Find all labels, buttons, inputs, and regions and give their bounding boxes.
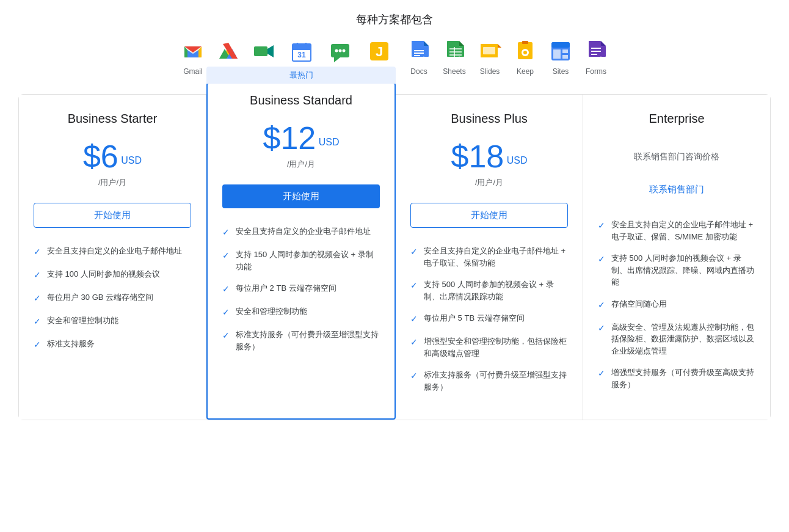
plan-plus-cta[interactable]: 开始使用 bbox=[410, 203, 568, 228]
svg-marker-37 bbox=[498, 44, 501, 48]
plans-container: Business Starter $6 USD /用户/月 开始使用 ✓安全且支… bbox=[18, 94, 771, 420]
svg-rect-52 bbox=[591, 48, 601, 49]
check-icon: ✓ bbox=[410, 370, 418, 382]
icon-slides: Slides bbox=[478, 39, 502, 76]
feature-item: ✓每位用户 2 TB 云端存储空间 bbox=[222, 282, 380, 296]
svg-marker-19 bbox=[334, 57, 340, 62]
plan-starter-currency: USD bbox=[121, 155, 142, 166]
check-icon: ✓ bbox=[598, 322, 605, 335]
svg-rect-11 bbox=[293, 48, 311, 50]
plan-standard-per: /用户/月 bbox=[222, 159, 380, 170]
feature-item: ✓增强型安全和管理控制功能，包括保险柜和高级端点管理 bbox=[410, 335, 568, 359]
plan-standard-features: ✓安全且支持自定义的企业电子邮件地址 ✓支持 150 人同时参加的视频会议 + … bbox=[222, 225, 380, 352]
check-icon: ✓ bbox=[34, 292, 41, 305]
feature-item: ✓存储空间随心用 bbox=[598, 298, 755, 312]
plan-enterprise: Enterprise 联系销售部门咨询价格 联系销售部门 ✓安全且支持自定义的企… bbox=[583, 95, 770, 420]
feature-item: ✓高级安全、管理及法规遵从控制功能，包括保险柜、数据泄露防护、数据区域以及企业级… bbox=[598, 321, 755, 357]
feature-item: ✓每位用户 5 TB 云端存储空间 bbox=[410, 312, 568, 326]
icon-forms: Forms bbox=[584, 39, 608, 76]
svg-rect-39 bbox=[483, 47, 495, 54]
check-icon: ✓ bbox=[222, 306, 230, 319]
svg-rect-27 bbox=[414, 53, 424, 54]
feature-item: ✓标准支持服务（可付费升级至增强型支持服务） bbox=[410, 369, 568, 393]
svg-rect-24 bbox=[412, 41, 424, 46]
svg-rect-47 bbox=[562, 49, 568, 53]
plan-plus-currency: USD bbox=[507, 155, 528, 166]
plan-standard-price: $12 bbox=[263, 120, 316, 156]
svg-text:31: 31 bbox=[298, 51, 307, 59]
svg-marker-30 bbox=[459, 41, 464, 46]
check-icon: ✓ bbox=[34, 246, 41, 258]
svg-text:J: J bbox=[376, 44, 383, 59]
svg-point-18 bbox=[342, 49, 345, 53]
check-icon: ✓ bbox=[598, 253, 605, 266]
plan-starter-price: $6 bbox=[83, 139, 118, 174]
check-icon: ✓ bbox=[410, 246, 418, 258]
feature-item: ✓支持 500 人同时参加的视频会议 + 录制、出席情况跟踪功能 bbox=[410, 279, 568, 302]
feature-item: ✓标准支持服务 bbox=[34, 338, 191, 351]
feature-item: ✓安全和管理控制功能 bbox=[222, 305, 380, 319]
svg-rect-54 bbox=[591, 54, 597, 55]
check-icon: ✓ bbox=[598, 299, 605, 312]
plan-standard-cta[interactable]: 开始使用 bbox=[222, 184, 380, 208]
feature-item: ✓安全且支持自定义的企业电子邮件地址 bbox=[34, 245, 191, 258]
popular-badge: 最热门 bbox=[206, 67, 396, 84]
svg-point-17 bbox=[338, 49, 341, 53]
svg-rect-41 bbox=[522, 41, 528, 44]
check-icon: ✓ bbox=[34, 315, 41, 328]
plan-starter: Business Starter $6 USD /用户/月 开始使用 ✓安全且支… bbox=[19, 95, 206, 420]
icon-sheets: Sheets bbox=[442, 39, 467, 76]
plan-enterprise-cta[interactable]: 联系销售部门 bbox=[598, 178, 755, 202]
feature-item: ✓安全且支持自定义的企业电子邮件地址 + 电子取证、保留、S/MIME 加密功能 bbox=[598, 219, 755, 242]
check-icon: ✓ bbox=[410, 313, 418, 326]
plan-starter-price-block: $6 USD bbox=[34, 140, 191, 172]
plan-plus-price-block: $18 USD bbox=[410, 140, 568, 172]
check-icon: ✓ bbox=[598, 219, 605, 232]
plan-starter-cta[interactable]: 开始使用 bbox=[34, 203, 191, 228]
check-icon: ✓ bbox=[222, 226, 230, 239]
icon-docs: Docs bbox=[407, 39, 431, 76]
plan-plus: Business Plus $18 USD /用户/月 开始使用 ✓安全且支持自… bbox=[396, 95, 583, 420]
feature-item: ✓增强型支持服务（可付费升级至高级支持服务） bbox=[598, 366, 755, 390]
svg-rect-48 bbox=[562, 55, 568, 59]
check-icon: ✓ bbox=[222, 329, 230, 342]
svg-marker-23 bbox=[424, 41, 429, 46]
plan-plus-price: $18 bbox=[451, 139, 504, 174]
plan-plus-features: ✓安全且支持自定义的企业电子邮件地址 + 电子取证、保留功能 ✓支持 500 人… bbox=[410, 245, 568, 393]
check-icon: ✓ bbox=[34, 338, 41, 351]
page-title: 每种方案都包含 bbox=[18, 12, 771, 27]
check-icon: ✓ bbox=[222, 249, 230, 262]
plan-plus-per: /用户/月 bbox=[410, 177, 568, 188]
feature-item: ✓安全和管理控制功能 bbox=[34, 315, 191, 328]
check-icon: ✓ bbox=[410, 279, 418, 292]
check-icon: ✓ bbox=[410, 336, 418, 349]
feature-item: ✓标准支持服务（可付费升级至增强型支持服务） bbox=[222, 329, 380, 352]
feature-item: ✓每位用户 30 GB 云端存储空间 bbox=[34, 291, 191, 305]
svg-rect-7 bbox=[254, 46, 267, 56]
plan-enterprise-name: Enterprise bbox=[598, 112, 755, 126]
check-icon: ✓ bbox=[34, 269, 41, 282]
plan-enterprise-features: ✓安全且支持自定义的企业电子邮件地址 + 电子取证、保留、S/MIME 加密功能… bbox=[598, 219, 755, 390]
check-icon: ✓ bbox=[598, 367, 605, 380]
svg-rect-51 bbox=[601, 46, 606, 57]
plan-standard-price-block: $12 USD bbox=[222, 122, 380, 154]
plan-starter-per: /用户/月 bbox=[34, 177, 191, 188]
svg-marker-8 bbox=[267, 45, 274, 57]
svg-rect-28 bbox=[414, 55, 420, 56]
icon-gmail: Gmail bbox=[181, 39, 205, 76]
svg-point-16 bbox=[335, 49, 338, 53]
plan-plus-name: Business Plus bbox=[410, 112, 568, 126]
plan-starter-features: ✓安全且支持自定义的企业电子邮件地址 ✓支持 100 人同时参加的视频会议 ✓每… bbox=[34, 245, 191, 351]
svg-marker-50 bbox=[601, 41, 606, 46]
svg-point-43 bbox=[523, 51, 527, 54]
svg-rect-46 bbox=[553, 49, 561, 59]
svg-rect-45 bbox=[551, 42, 570, 48]
check-icon: ✓ bbox=[222, 283, 230, 296]
plan-starter-name: Business Starter bbox=[34, 112, 191, 126]
plan-standard: 最热门 Business Standard $12 USD /用户/月 开始使用… bbox=[206, 82, 396, 420]
plan-standard-currency: USD bbox=[319, 137, 340, 147]
feature-item: ✓支持 150 人同时参加的视频会议 + 录制功能 bbox=[222, 249, 380, 272]
feature-item: ✓安全且支持自定义的企业电子邮件地址 bbox=[222, 225, 380, 239]
svg-rect-26 bbox=[414, 50, 424, 51]
icon-sites: Sites bbox=[548, 39, 573, 76]
